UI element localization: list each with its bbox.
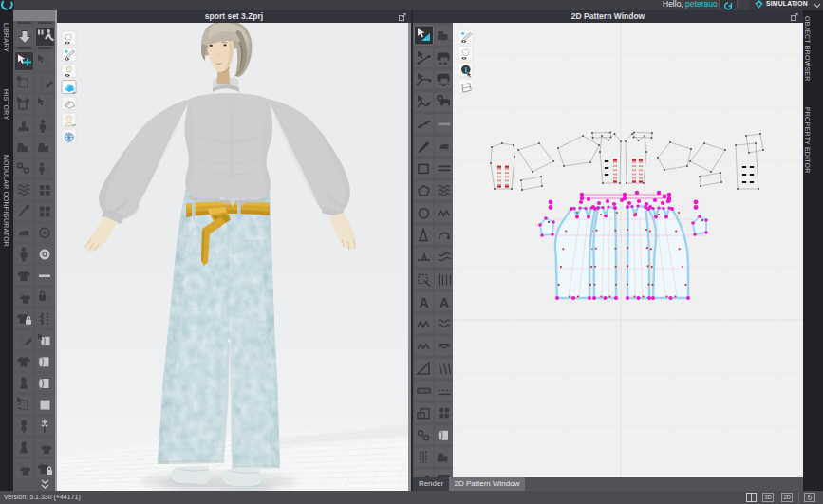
svg-text:A: A bbox=[440, 295, 449, 310]
svg-text:A: A bbox=[419, 295, 428, 310]
